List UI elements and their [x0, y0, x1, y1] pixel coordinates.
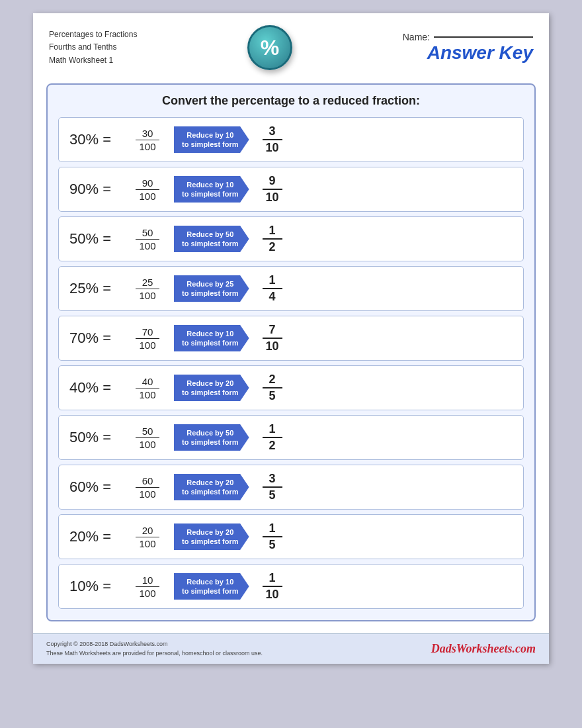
frac-denominator: 100: [139, 587, 155, 599]
frac-denominator: 100: [139, 289, 155, 301]
footer-note: These Math Worksheets are provided for p…: [46, 649, 263, 658]
original-fraction: 10100: [136, 574, 159, 599]
problem-row: 10% =10100Reduce by 10to simplest form11…: [58, 564, 524, 609]
result-fraction: 710: [263, 323, 282, 353]
problem-row: 30% =30100Reduce by 10to simplest form31…: [58, 117, 524, 162]
original-fraction: 50100: [136, 227, 159, 251]
frac-numerator: 25: [136, 277, 159, 289]
result-numerator: 3: [263, 124, 282, 140]
problem-row: 50% =50100Reduce by 50to simplest form12: [58, 216, 524, 261]
percent-label: 60% =: [69, 478, 129, 496]
result-fraction: 110: [263, 571, 282, 602]
result-numerator: 1: [263, 422, 282, 438]
name-label: Name:: [403, 32, 430, 42]
result-denominator: 5: [269, 537, 276, 552]
result-numerator: 1: [263, 571, 282, 587]
frac-numerator: 50: [136, 227, 159, 240]
name-underline: [434, 36, 533, 38]
worksheet-box: Convert the percentage to a reduced frac…: [46, 83, 536, 621]
worksheet-line2: Fourths and Tenths: [49, 41, 137, 54]
original-fraction: 40100: [136, 376, 159, 400]
reduce-arrow: Reduce by 20to simplest form: [174, 523, 249, 551]
percent-label: 50% =: [69, 429, 129, 446]
original-fraction: 30100: [136, 128, 159, 152]
result-denominator: 2: [269, 438, 276, 453]
frac-numerator: 30: [136, 128, 159, 140]
footer: Copyright © 2008-2018 DadsWorksheets.com…: [33, 633, 549, 664]
percent-icon: %: [247, 25, 292, 70]
result-fraction: 310: [263, 124, 282, 155]
header-left: Percentages to Fractions Fourths and Ten…: [49, 28, 137, 67]
header-center: %: [247, 25, 292, 70]
frac-denominator: 100: [139, 488, 155, 500]
result-denominator: 5: [269, 388, 276, 403]
result-denominator: 4: [269, 289, 276, 304]
footer-brand: DadsWorksheets.com: [431, 642, 536, 656]
result-numerator: 2: [263, 373, 282, 388]
reduce-arrow: Reduce by 25to simplest form: [174, 275, 249, 302]
result-denominator: 2: [269, 240, 276, 254]
percent-label: 40% =: [69, 379, 129, 396]
reduce-arrow: Reduce by 50to simplest form: [174, 226, 249, 253]
header: Percentages to Fractions Fourths and Ten…: [33, 13, 549, 77]
result-fraction: 35: [263, 472, 282, 502]
result-numerator: 1: [263, 224, 282, 240]
problem-row: 70% =70100Reduce by 10to simplest form71…: [58, 316, 524, 361]
original-fraction: 70100: [136, 326, 159, 351]
problem-row: 60% =60100Reduce by 20to simplest form35: [58, 465, 524, 510]
problems-container: 30% =30100Reduce by 10to simplest form31…: [58, 117, 524, 609]
percent-label: 20% =: [69, 528, 129, 545]
reduce-arrow: Reduce by 10to simplest form: [174, 126, 249, 154]
reduce-arrow: Reduce by 20to simplest form: [174, 474, 249, 501]
header-right: Name: Answer Key: [403, 32, 533, 64]
result-numerator: 1: [263, 273, 282, 289]
result-denominator: 10: [266, 339, 279, 353]
main-content: Convert the percentage to a reduced frac…: [33, 77, 549, 628]
percent-label: 10% =: [69, 578, 129, 595]
reduce-arrow: Reduce by 10to simplest form: [174, 325, 249, 352]
original-fraction: 90100: [136, 177, 159, 202]
reduce-arrow: Reduce by 20to simplest form: [174, 375, 249, 402]
result-fraction: 15: [263, 522, 282, 552]
footer-left: Copyright © 2008-2018 DadsWorksheets.com…: [46, 639, 263, 659]
frac-denominator: 100: [139, 339, 155, 351]
original-fraction: 25100: [136, 277, 159, 301]
brand-domain: .com: [513, 642, 536, 655]
reduce-arrow: Reduce by 10to simplest form: [174, 176, 249, 203]
frac-denominator: 100: [139, 190, 155, 202]
frac-denominator: 100: [139, 388, 155, 400]
result-fraction: 12: [263, 224, 282, 254]
result-denominator: 5: [269, 488, 276, 502]
result-numerator: 3: [263, 472, 282, 488]
percent-label: 70% =: [69, 330, 129, 347]
footer-copyright: Copyright © 2008-2018 DadsWorksheets.com: [46, 639, 263, 649]
reduce-arrow: Reduce by 10to simplest form: [174, 573, 249, 600]
problem-row: 40% =40100Reduce by 20to simplest form25: [58, 365, 524, 410]
frac-numerator: 50: [136, 426, 159, 438]
brand-dads: Dads: [431, 642, 456, 655]
result-fraction: 25: [263, 373, 282, 403]
worksheet-line3: Math Worksheet 1: [49, 54, 137, 67]
original-fraction: 60100: [136, 475, 159, 500]
brand-worksheets: Worksheets: [456, 642, 513, 655]
result-fraction: 12: [263, 422, 282, 453]
frac-denominator: 100: [139, 140, 155, 152]
percent-label: 90% =: [69, 181, 129, 198]
result-denominator: 10: [266, 140, 279, 155]
result-numerator: 7: [263, 323, 282, 339]
percent-label: 30% =: [69, 131, 129, 148]
problem-row: 20% =20100Reduce by 20to simplest form15: [58, 514, 524, 559]
result-fraction: 14: [263, 273, 282, 304]
page: Percentages to Fractions Fourths and Ten…: [33, 13, 549, 664]
percent-label: 25% =: [69, 280, 129, 297]
frac-denominator: 100: [139, 438, 155, 450]
original-fraction: 50100: [136, 426, 159, 450]
frac-numerator: 90: [136, 177, 159, 190]
answer-key-label: Answer Key: [403, 42, 533, 64]
result-numerator: 9: [263, 174, 282, 190]
result-denominator: 10: [266, 190, 279, 205]
worksheet-title: Convert the percentage to a reduced frac…: [58, 94, 524, 108]
result-fraction: 910: [263, 174, 282, 205]
frac-denominator: 100: [139, 240, 155, 251]
frac-numerator: 10: [136, 574, 159, 587]
